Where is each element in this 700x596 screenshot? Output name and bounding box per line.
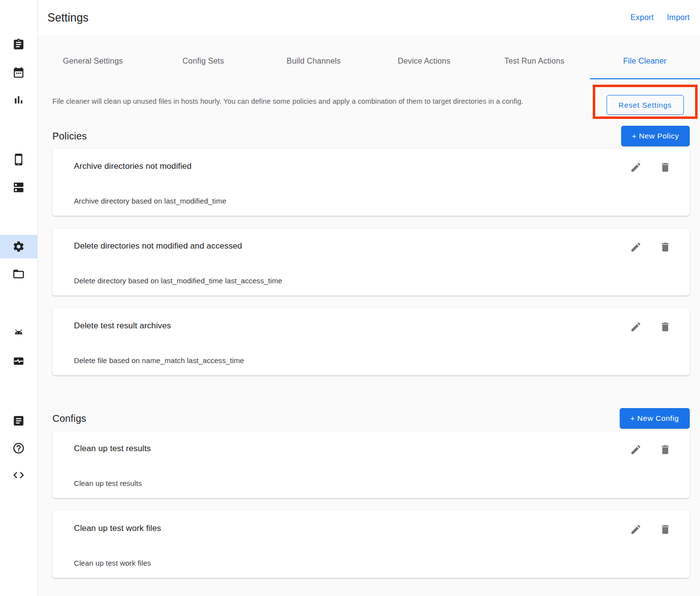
policy-name: Archive directories not modified [74,161,668,171]
delete-config-button[interactable] [659,524,671,535]
policy-card-actions [630,161,671,173]
policies-section-header: Policies + New Policy [52,123,690,149]
sidebar-item-tests[interactable] [0,33,37,56]
annotation-highlight-box: Reset Settings [593,85,698,119]
config-name: Clean up test work files [74,524,668,533]
sidebar [0,0,38,596]
file-browser-folder-icon [12,268,25,280]
configs-section-title: Configs [52,413,86,424]
page-header: Settings Export Import [38,0,700,35]
edit-pencil-icon [630,241,642,253]
import-link[interactable]: Import [667,13,690,22]
policies-section-title: Policies [52,131,87,142]
config-name: Clean up test results [74,444,668,454]
edit-config-button[interactable] [630,444,642,456]
sidebar-item-reports[interactable] [0,88,37,112]
new-policy-button[interactable]: + New Policy [621,126,690,146]
reports-bar-chart-icon [12,93,25,106]
policy-name: Delete test result archives [74,321,668,331]
policy-card: Delete test result archives Delete file … [52,308,690,375]
edit-pencil-icon [630,444,642,456]
sidebar-item-android[interactable] [0,321,37,345]
plans-calendar-icon [12,66,25,79]
trash-icon [659,241,671,253]
policy-name: Delete directories not modified and acce… [74,241,668,251]
trash-icon [659,444,671,456]
docs-article-icon [12,414,25,427]
dev-code-icon [12,469,25,481]
config-card: Clean up test work files Clean up test w… [52,511,690,578]
config-card-actions [630,444,671,456]
delete-config-button[interactable] [659,444,671,456]
sidebar-item-help[interactable] [0,436,37,460]
delete-policy-button[interactable] [659,241,671,253]
tab-build-channels[interactable]: Build Channels [258,35,369,79]
tab-config-sets[interactable]: Config Sets [148,35,259,79]
config-card-actions [630,524,671,535]
tab-general-settings[interactable]: General Settings [38,35,148,79]
policy-card: Archive directories not modified Archive… [52,149,690,216]
sidebar-item-docs[interactable] [0,409,37,433]
devices-phone-icon [12,153,25,166]
tab-device-actions[interactable]: Device Actions [369,35,480,79]
edit-policy-button[interactable] [630,321,642,333]
android-icon [12,327,25,340]
settings-gear-icon [12,240,25,253]
edit-policy-button[interactable] [630,241,642,253]
tab-test-run-actions[interactable]: Test Run Actions [479,35,590,79]
policy-card-actions [630,321,671,333]
tab-file-cleaner[interactable]: File Cleaner [590,35,700,79]
main-area: Settings Export Import General Settings … [38,0,700,596]
edit-config-button[interactable] [630,524,642,535]
config-description: Clean up test results [74,479,668,487]
policy-card: Delete directories not modified and acce… [52,229,690,296]
file-cleaner-description: File cleaner will clean up unused files … [52,97,523,105]
edit-policy-button[interactable] [630,161,642,173]
policy-card-actions [630,241,671,253]
configs-section-header: Configs + New Config [52,406,690,431]
app-window: Settings Export Import General Settings … [0,0,700,596]
help-icon [12,442,25,455]
sidebar-item-devices[interactable] [0,148,37,171]
trash-icon [659,321,671,333]
policy-description: Delete directory based on last_modified_… [74,276,668,285]
config-description: Clean up test work files [74,559,668,567]
sidebar-item-host-monitor[interactable] [0,349,37,373]
file-cleaner-description-row: File cleaner will clean up unused files … [52,79,690,123]
export-link[interactable]: Export [630,13,653,22]
policy-description: Archive directory based on last_modified… [74,197,668,205]
sidebar-item-file-browser[interactable] [0,262,37,286]
config-card: Clean up test results Clean up test resu… [52,431,690,498]
tests-clipboard-icon [12,38,25,51]
delete-policy-button[interactable] [659,321,671,333]
new-config-button[interactable]: + New Config [620,408,690,429]
edit-pencil-icon [630,321,642,333]
sidebar-item-settings[interactable] [0,235,37,258]
reset-settings-button[interactable]: Reset Settings [607,95,684,115]
settings-content: General Settings Config Sets Build Chann… [38,35,700,596]
edit-pencil-icon [630,524,642,535]
host-monitor-pulse-icon [12,355,25,367]
sidebar-item-dev[interactable] [0,463,37,487]
edit-pencil-icon [630,161,642,173]
tab-bar: General Settings Config Sets Build Chann… [38,35,700,79]
sidebar-item-plans[interactable] [0,61,37,84]
header-actions: Export Import [630,13,690,22]
delete-policy-button[interactable] [659,161,671,173]
policy-description: Delete file based on name_match last_acc… [74,356,668,365]
trash-icon [659,161,671,173]
hosts-storage-icon [12,181,25,194]
page-title: Settings [47,11,89,24]
trash-icon [659,524,671,535]
sidebar-item-hosts[interactable] [0,176,37,199]
